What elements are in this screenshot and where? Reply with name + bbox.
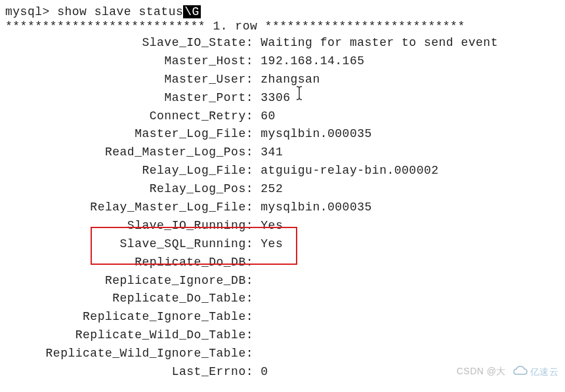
field-line: Replicate_Do_Table: [5,290,560,308]
field-value [253,328,261,342]
field-value: mysqlbin.000035 [253,201,372,214]
field-line: Slave_IO_State: Waiting for master to se… [5,34,560,52]
field-label: Replicate_Ignore_DB: [5,272,253,290]
field-value: atguigu-relay-bin.000002 [253,164,439,177]
field-value [253,274,261,287]
field-label: Master_Host: [5,52,253,71]
mysql-prompt-line: mysql> show slave status\G [5,5,560,18]
field-label: Slave_IO_State: [5,34,253,52]
field-value: mysqlbin.000035 [253,127,372,140]
field-value: Waiting for master to send event [253,36,498,49]
field-value [253,347,261,360]
field-line: Replicate_Ignore_Table: [5,308,560,326]
field-value [253,256,261,269]
field-label: Master_Log_File: [5,125,253,144]
field-label: Relay_Log_File: [5,162,253,180]
field-value: zhangsan [253,73,320,86]
field-line: Relay_Master_Log_File: mysqlbin.000035 [5,199,560,217]
stars-left: *************************** [5,20,205,33]
field-label: Connect_Retry: [5,108,253,126]
field-label: Relay_Master_Log_File: [5,199,253,217]
prompt-prefix: mysql> [5,5,57,18]
field-label: Master_Port: [5,89,253,108]
field-value: 60 [253,109,276,123]
field-value: 192.168.14.165 [253,54,365,68]
field-line: Relay_Log_File: atguigu-relay-bin.000002 [5,162,560,180]
row-header: *************************** 1. row *****… [5,20,560,33]
logo-text: 亿速云 [530,366,559,378]
fields-container: Slave_IO_State: Waiting for master to se… [5,34,560,382]
field-value: 252 [253,182,283,195]
field-label: Relay_Log_Pos: [5,180,253,199]
field-label: Slave_IO_Running: [5,217,253,235]
field-line: Master_Host: 192.168.14.165 [5,52,560,71]
field-line: Replicate_Wild_Do_Table: [5,326,560,345]
prompt-suffix: \G [183,5,201,18]
field-label: Master_User: [5,71,253,89]
field-label: Slave_SQL_Running: [5,235,253,254]
field-line: Relay_Log_Pos: 252 [5,180,560,199]
field-value [253,310,261,323]
field-value: Yes [253,219,283,232]
watermark-csdn: CSDN @大 [457,366,506,378]
cloud-icon [513,365,528,380]
field-line: Connect_Retry: 60 [5,108,560,126]
field-label: Replicate_Wild_Ignore_Table: [5,345,253,363]
field-line: Replicate_Do_DB: [5,254,560,272]
field-value: 3306 [253,91,291,104]
field-label: Last_Errno: [5,363,253,382]
field-line: Slave_IO_Running: Yes [5,217,560,235]
field-label: Replicate_Do_Table: [5,290,253,308]
field-value: Yes [253,237,283,250]
watermark-logo: 亿速云 [513,365,559,380]
field-label: Replicate_Ignore_Table: [5,308,253,326]
field-value [253,292,261,305]
prompt-command: show slave status [57,5,183,18]
field-value: 0 [253,365,268,378]
field-line: Replicate_Ignore_DB: [5,272,560,290]
field-line: Slave_SQL_Running: Yes [5,235,560,254]
field-label: Replicate_Do_DB: [5,254,253,272]
field-line: Master_Port: 3306 [5,89,560,108]
field-line: Master_Log_File: mysqlbin.000035 [5,125,560,144]
row-header-text: 1. row [205,20,264,33]
stars-right: *************************** [265,20,465,33]
field-label: Read_Master_Log_Pos: [5,144,253,162]
field-label: Replicate_Wild_Do_Table: [5,326,253,345]
field-line: Master_User: zhangsan [5,71,560,89]
field-line: Read_Master_Log_Pos: 341 [5,144,560,162]
field-line: Replicate_Wild_Ignore_Table: [5,345,560,363]
field-value: 341 [253,146,283,159]
